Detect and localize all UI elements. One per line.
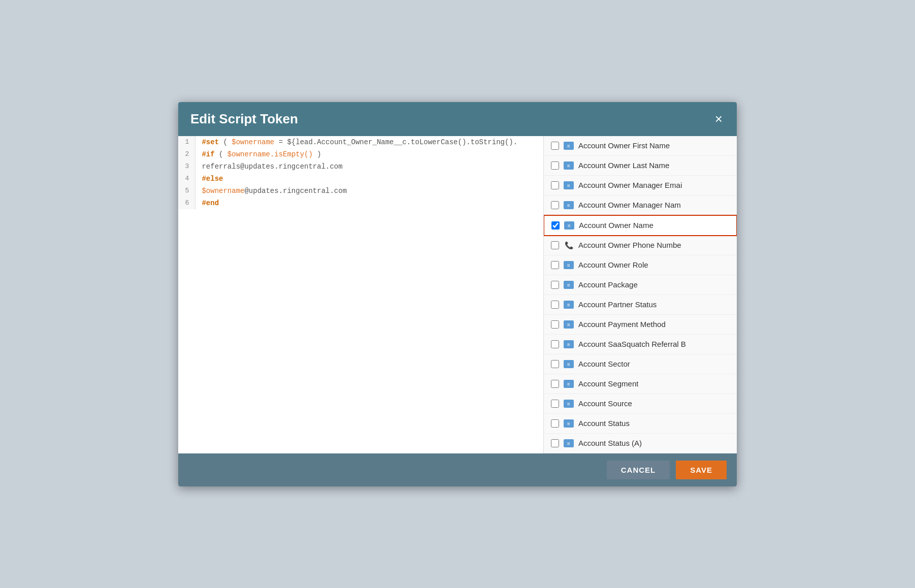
- token-checkbox[interactable]: [551, 360, 559, 368]
- field-icon: [563, 419, 574, 428]
- line-number: 5: [178, 185, 195, 197]
- token-list-item[interactable]: Account Sector: [544, 354, 737, 374]
- token-list-item[interactable]: Account Partner Status: [544, 295, 737, 315]
- token-list-item[interactable]: Account Owner Name: [544, 215, 737, 236]
- cancel-button[interactable]: CANCEL: [607, 461, 670, 479]
- token-checkbox[interactable]: [551, 320, 559, 329]
- code-line: 4#else: [178, 173, 543, 185]
- token-list-item[interactable]: Account Owner First Name: [544, 136, 737, 156]
- token-label: Account Owner Name: [579, 221, 653, 230]
- save-button[interactable]: SAVE: [676, 461, 727, 479]
- token-checkbox[interactable]: [551, 241, 559, 249]
- field-icon: [563, 439, 574, 448]
- token-label: Account Package: [578, 280, 638, 289]
- token-checkbox[interactable]: [551, 301, 559, 309]
- line-content: $ownername@updates.ringcentral.com: [195, 185, 543, 197]
- token-checkbox[interactable]: [551, 380, 559, 388]
- token-checkbox[interactable]: [551, 221, 560, 230]
- token-label: Account Owner Manager Nam: [578, 201, 681, 209]
- token-checkbox[interactable]: [551, 181, 559, 189]
- token-label: Account Owner Phone Numbe: [578, 241, 681, 249]
- token-list-item[interactable]: Account Owner Role: [544, 255, 737, 275]
- field-icon: [563, 260, 574, 270]
- token-label: Account Owner First Name: [578, 141, 670, 150]
- code-editor[interactable]: 1#set ( $ownername = ${lead.Account_Owne…: [178, 136, 544, 453]
- field-icon: [563, 201, 574, 210]
- token-label: Account Segment: [578, 379, 638, 388]
- token-list-item[interactable]: Account Source: [544, 394, 737, 414]
- token-label: Account Payment Method: [578, 320, 666, 329]
- field-icon: [563, 379, 574, 388]
- field-icon: [564, 221, 575, 230]
- phone-icon: 📞: [563, 241, 574, 250]
- close-button[interactable]: ×: [713, 112, 725, 125]
- line-content: referrals@updates.ringcentral.com: [195, 160, 543, 173]
- field-icon: [563, 360, 574, 369]
- dialog-header: Edit Script Token ×: [178, 102, 737, 136]
- token-checkbox[interactable]: [551, 419, 559, 428]
- edit-script-token-dialog: Edit Script Token × 1#set ( $ownername =…: [178, 102, 737, 486]
- line-number: 4: [178, 173, 195, 185]
- dialog-title: Edit Script Token: [190, 111, 298, 127]
- line-number: 1: [178, 136, 195, 148]
- token-label: Account Owner Last Name: [578, 161, 669, 170]
- token-checkbox[interactable]: [551, 340, 559, 348]
- token-list-item[interactable]: Account Status: [544, 414, 737, 434]
- token-list-item[interactable]: Account Owner Last Name: [544, 156, 737, 176]
- token-list-item[interactable]: Account SaaSquatch Referral B: [544, 335, 737, 354]
- token-label: Account Owner Role: [578, 260, 648, 269]
- token-list-item[interactable]: Account Owner Manager Emai: [544, 176, 737, 195]
- token-checkbox[interactable]: [551, 439, 559, 447]
- token-label: Account Owner Manager Emai: [578, 181, 682, 189]
- line-number: 2: [178, 148, 195, 160]
- field-icon: [563, 181, 574, 190]
- field-icon: [563, 340, 574, 349]
- token-label: Account Status: [578, 419, 630, 428]
- dialog-footer: CANCEL SAVE: [178, 453, 737, 486]
- code-line: 5$ownername@updates.ringcentral.com: [178, 185, 543, 197]
- field-icon: [563, 280, 574, 289]
- line-content: #if ( $ownername.isEmpty() ): [195, 148, 543, 160]
- token-list-item[interactable]: Account Owner Manager Nam: [544, 195, 737, 215]
- token-list-item[interactable]: Account Status (A): [544, 434, 737, 453]
- token-list-item[interactable]: 📞Account Owner Phone Numbe: [544, 236, 737, 255]
- line-content: #end: [195, 197, 543, 209]
- token-checkbox[interactable]: [551, 161, 559, 170]
- line-content: #set ( $ownername = ${lead.Account_Owner…: [195, 136, 543, 148]
- token-checkbox[interactable]: [551, 142, 559, 150]
- token-label: Account Partner Status: [578, 300, 657, 309]
- code-line: 2#if ( $ownername.isEmpty() ): [178, 148, 543, 160]
- token-checkbox[interactable]: [551, 201, 559, 209]
- field-icon: [563, 300, 574, 309]
- field-icon: [563, 161, 574, 170]
- token-label: Account Status (A): [578, 439, 642, 447]
- token-label: Account SaaSquatch Referral B: [578, 340, 686, 348]
- field-icon: [563, 320, 574, 329]
- field-icon: [563, 141, 574, 150]
- code-table: 1#set ( $ownername = ${lead.Account_Owne…: [178, 136, 543, 209]
- code-line: 1#set ( $ownername = ${lead.Account_Owne…: [178, 136, 543, 148]
- token-label: Account Source: [578, 399, 632, 408]
- line-content: #else: [195, 173, 543, 185]
- token-checkbox[interactable]: [551, 400, 559, 408]
- token-list-item[interactable]: Account Package: [544, 275, 737, 295]
- token-checkbox[interactable]: [551, 261, 559, 269]
- code-line: 6#end: [178, 197, 543, 209]
- line-number: 6: [178, 197, 195, 209]
- token-list: Account Owner First NameAccount Owner La…: [544, 136, 737, 453]
- token-checkbox[interactable]: [551, 281, 559, 289]
- token-list-item[interactable]: Account Payment Method: [544, 315, 737, 335]
- line-number: 3: [178, 160, 195, 173]
- field-icon: [563, 399, 574, 408]
- dialog-body: 1#set ( $ownername = ${lead.Account_Owne…: [178, 136, 737, 453]
- code-line: 3referrals@updates.ringcentral.com: [178, 160, 543, 173]
- token-list-item[interactable]: Account Segment: [544, 374, 737, 394]
- token-label: Account Sector: [578, 360, 630, 368]
